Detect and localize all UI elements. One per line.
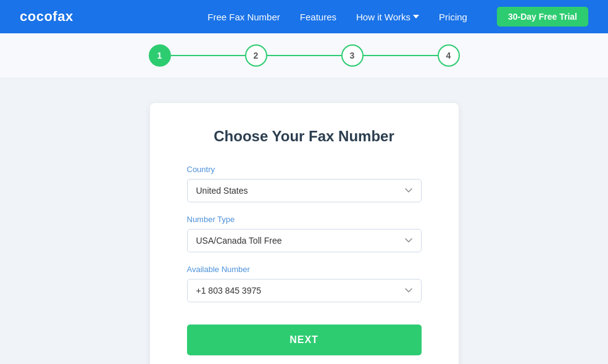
step-line-3 [364, 55, 438, 56]
chevron-down-icon [413, 15, 419, 19]
number-type-select[interactable]: USA/Canada Toll Free Local International [187, 229, 422, 252]
step-line-2 [267, 55, 341, 56]
number-type-group: Number Type USA/Canada Toll Free Local I… [187, 215, 422, 252]
country-group: Country United States Canada United King… [187, 165, 422, 202]
step-3[interactable]: 3 [341, 44, 364, 67]
nav: Free Fax Number Features How it Works Pr… [207, 7, 588, 27]
trial-button[interactable]: 30-Day Free Trial [497, 7, 588, 27]
country-label: Country [187, 165, 422, 174]
main-content: Choose Your Fax Number Country United St… [0, 78, 608, 364]
country-select[interactable]: United States Canada United Kingdom Aust… [187, 179, 422, 202]
step-4[interactable]: 4 [438, 44, 460, 67]
number-type-label: Number Type [187, 215, 422, 224]
available-number-group: Available Number +1 803 845 3975 +1 803 … [187, 265, 422, 302]
nav-how-it-works[interactable]: How it Works [356, 12, 419, 22]
logo: cocofax [20, 9, 73, 25]
step-line-1 [171, 55, 245, 56]
card: Choose Your Fax Number Country United St… [150, 103, 459, 364]
next-button[interactable]: NEXT [187, 325, 422, 355]
nav-free-fax[interactable]: Free Fax Number [207, 12, 280, 22]
nav-pricing[interactable]: Pricing [439, 12, 467, 22]
nav-features[interactable]: Features [300, 12, 336, 22]
step-2[interactable]: 2 [245, 44, 267, 67]
available-number-label: Available Number [187, 265, 422, 274]
progress-bar-section: 1 2 3 4 [0, 33, 608, 78]
header: cocofax Free Fax Number Features How it … [0, 0, 608, 33]
card-title: Choose Your Fax Number [187, 128, 422, 145]
steps: 1 2 3 4 [149, 44, 460, 67]
available-number-select[interactable]: +1 803 845 3975 +1 803 845 3976 +1 803 8… [187, 279, 422, 302]
step-1[interactable]: 1 [149, 44, 171, 67]
